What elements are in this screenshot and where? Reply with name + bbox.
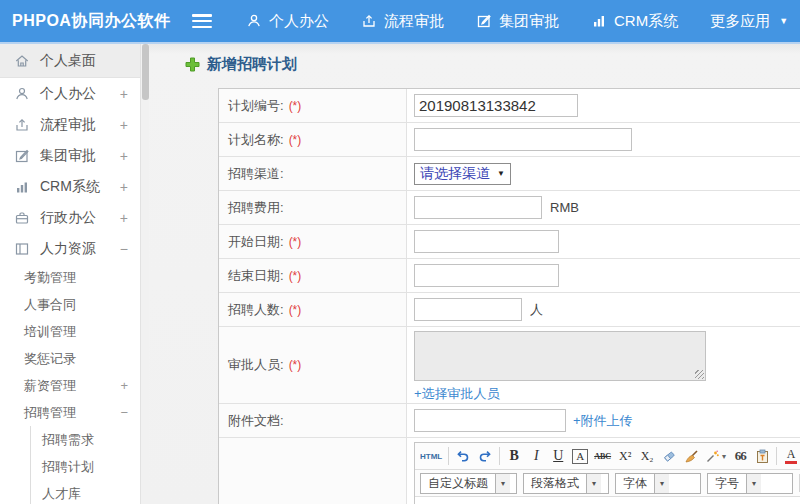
sidebar-item-hr-contract[interactable]: 人事合同: [0, 291, 140, 318]
approvers-textarea[interactable]: [414, 331, 706, 381]
paragraph-format-dropdown[interactable]: 段落格式 ▾: [523, 473, 609, 494]
channel-select[interactable]: 请选择渠道 ▼: [414, 163, 511, 185]
expand-plus-icon[interactable]: +: [120, 117, 128, 133]
flow-icon: [361, 13, 377, 29]
sidebar-item-group-approval[interactable]: 集团审批 +: [0, 140, 140, 171]
attachment-upload-link[interactable]: +附件上传: [573, 412, 633, 430]
channel-select-value: 请选择渠道: [420, 165, 490, 183]
nav-label: 集团审批: [499, 12, 559, 31]
font-color-button[interactable]: A: [783, 447, 799, 466]
field-label: 结束日期:: [228, 267, 284, 285]
sidebar-scrollbar[interactable]: [140, 44, 149, 504]
chart-icon: [14, 178, 31, 195]
field-label: 计划名称:: [228, 131, 284, 149]
font-family-dropdown[interactable]: 字体 ▾: [615, 473, 701, 494]
editor-toolbar-row1: HTML B I U A ABC X² X₂ ▾: [415, 443, 800, 470]
app-logo: PHPOA协同办公软件: [0, 11, 192, 32]
required-mark: (*): [289, 358, 302, 372]
expand-plus-icon[interactable]: +: [120, 86, 128, 102]
editor-content-area[interactable]: [415, 497, 800, 504]
sidebar-item-flow-approval[interactable]: 流程审批 +: [0, 109, 140, 140]
sidebar-item-attendance[interactable]: 考勤管理: [0, 264, 140, 291]
superscript-button[interactable]: X²: [617, 447, 633, 466]
strikethrough-button[interactable]: ABC: [594, 447, 611, 466]
field-label: 招聘渠道:: [228, 165, 284, 183]
resize-grip-icon[interactable]: [695, 370, 704, 379]
sidebar-item-personal-office[interactable]: 个人办公 +: [0, 78, 140, 109]
form-row-approvers: 审批人员: (*) +选择审批人员: [219, 327, 800, 404]
field-label: 附件文档:: [228, 412, 284, 430]
sidebar-item-crm[interactable]: CRM系统 +: [0, 171, 140, 202]
form-row-start-date: 开始日期: (*): [219, 225, 800, 259]
form-row-plan-no: 计划编号: (*): [219, 89, 800, 123]
custom-title-dropdown[interactable]: 自定义标题 ▾: [420, 473, 517, 494]
sidebar-item-salary[interactable]: 薪资管理 +: [0, 372, 140, 399]
top-header: PHPOA协同办公软件 个人办公 流程审批 集团审批 CRM系统 更多应用 ▼: [0, 0, 800, 42]
collapse-minus-icon[interactable]: −: [120, 241, 128, 257]
italic-button[interactable]: I: [528, 447, 544, 466]
select-approvers-link[interactable]: +选择审批人员: [414, 385, 500, 403]
scrollbar-thumb[interactable]: [142, 44, 149, 100]
sidebar-item-recruit-mgmt[interactable]: 招聘管理 −: [0, 399, 140, 426]
start-date-input[interactable]: [414, 230, 559, 253]
fee-input[interactable]: [414, 196, 542, 219]
sidebar-item-rewards[interactable]: 奖惩记录: [0, 345, 140, 372]
nav-crm[interactable]: CRM系统: [591, 12, 678, 31]
blockquote-button[interactable]: 66: [732, 447, 748, 466]
briefcase-icon: [14, 209, 31, 226]
end-date-input[interactable]: [414, 264, 559, 287]
plan-name-input[interactable]: [414, 128, 632, 151]
nav-more-apps[interactable]: 更多应用 ▼: [710, 12, 788, 31]
format-brush-icon[interactable]: [683, 447, 699, 466]
recruit-plan-form: 计划编号: (*) 计划名称: (*) 招聘渠道: 请选择渠道: [218, 88, 800, 504]
caret-down-icon: ▼: [779, 16, 788, 26]
plan-no-input[interactable]: [414, 94, 578, 117]
edit-icon: [476, 13, 492, 29]
sidebar-item-hr[interactable]: 人力资源 −: [0, 233, 140, 264]
nav-label: 个人办公: [269, 12, 329, 31]
required-mark: (*): [289, 269, 302, 283]
expand-plus-icon[interactable]: +: [120, 210, 128, 226]
sub-item-label: 考勤管理: [24, 269, 76, 287]
underline-button[interactable]: U: [550, 447, 566, 466]
collapse-minus-icon[interactable]: −: [120, 405, 128, 420]
sub-item-label: 招聘管理: [24, 404, 76, 422]
sidebar-item-admin-office[interactable]: 行政办公 +: [0, 202, 140, 233]
attachment-input[interactable]: [414, 409, 566, 432]
font-size-dropdown[interactable]: 字号 ▾: [707, 473, 793, 494]
sidebar-item-talent-pool[interactable]: 人才库: [31, 480, 140, 504]
font-border-button[interactable]: A: [572, 449, 588, 464]
sidebar-item-label: 人力资源: [40, 240, 96, 258]
sidebar-item-desktop[interactable]: 个人桌面: [0, 44, 140, 78]
subscript-button[interactable]: X₂: [639, 447, 655, 466]
nav-flow-approval[interactable]: 流程审批: [361, 12, 444, 31]
sidebar-item-recruit-plan[interactable]: 招聘计划: [31, 453, 140, 480]
undo-icon[interactable]: [455, 447, 471, 466]
sub-sub-item-label: 招聘计划: [42, 458, 94, 476]
sidebar-item-training[interactable]: 培训管理: [0, 318, 140, 345]
person-icon: [246, 13, 262, 29]
eraser-icon[interactable]: [661, 447, 677, 466]
expand-plus-icon[interactable]: +: [120, 378, 128, 393]
redo-icon[interactable]: [477, 447, 493, 466]
expand-plus-icon[interactable]: +: [120, 179, 128, 195]
auto-typeset-icon[interactable]: ▾: [705, 447, 726, 466]
expand-plus-icon[interactable]: +: [120, 148, 128, 164]
rich-text-editor: HTML B I U A ABC X² X₂ ▾: [414, 442, 800, 504]
nav-group-approval[interactable]: 集团审批: [476, 12, 559, 31]
caret-down-icon: ▼: [497, 169, 505, 178]
required-mark: (*): [289, 133, 302, 147]
top-nav: 个人办公 流程审批 集团审批 CRM系统 更多应用 ▼: [246, 12, 788, 31]
plus-icon: [185, 57, 200, 72]
headcount-input[interactable]: [414, 298, 522, 321]
dropdown-label: 字号: [708, 474, 746, 493]
menu-toggle-icon[interactable]: [192, 14, 212, 28]
html-source-button[interactable]: HTML: [420, 447, 442, 466]
bold-button[interactable]: B: [506, 447, 522, 466]
nav-personal-office[interactable]: 个人办公: [246, 12, 329, 31]
paste-clipboard-icon[interactable]: [754, 447, 770, 466]
sidebar-item-label: 行政办公: [40, 209, 96, 227]
dropdown-label: 字体: [616, 474, 654, 493]
caret-down-icon: ▾: [746, 474, 761, 493]
sidebar-item-recruit-demand[interactable]: 招聘需求: [31, 426, 140, 453]
